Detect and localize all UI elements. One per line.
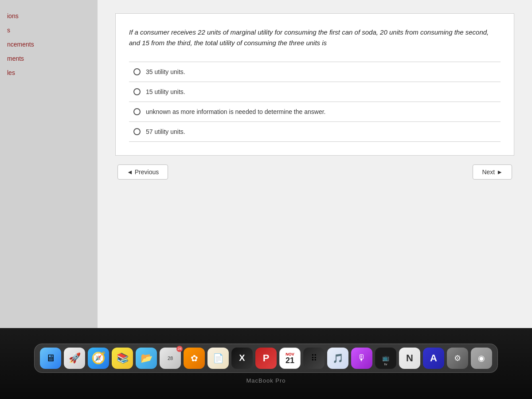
- dock-calendar[interactable]: NOV 21: [279, 348, 301, 369]
- radio-1[interactable]: [133, 68, 141, 75]
- dock-extra[interactable]: ◉: [471, 348, 492, 369]
- dock: 🖥 🚀 🧭 📚 📂 28 28 ✿ 📄 X P NOV 21: [34, 344, 498, 373]
- dock-music-badge[interactable]: 28 28: [160, 348, 181, 369]
- dock-finder[interactable]: 🖥: [40, 348, 61, 369]
- nav-buttons: ◄ Previous Next ►: [115, 164, 514, 180]
- dock-podcasts[interactable]: 🎙: [351, 348, 372, 369]
- answer-option-1[interactable]: 35 utility units.: [129, 62, 501, 82]
- dock-news[interactable]: N: [399, 348, 420, 369]
- dock-notes[interactable]: ⠿: [303, 348, 325, 369]
- dock-systemprefs[interactable]: ⚙: [447, 348, 468, 369]
- sidebar-item-ncements[interactable]: ncements: [0, 37, 98, 51]
- question-text: If a consumer receives 22 units of margi…: [129, 27, 501, 48]
- macbook-label: MacBook Pro: [246, 377, 286, 384]
- answer-option-3[interactable]: unknown as more information is needed to…: [129, 102, 501, 121]
- calendar-date: 21: [286, 356, 294, 365]
- badge-28: 28: [176, 346, 183, 352]
- sidebar-item-s[interactable]: s: [0, 23, 98, 37]
- dock-flower[interactable]: ✿: [184, 348, 205, 369]
- radio-2[interactable]: [133, 88, 141, 95]
- sidebar: ions s ncements ments les: [0, 0, 98, 328]
- answer-option-4[interactable]: 57 utility units.: [129, 121, 501, 142]
- dock-safari[interactable]: 🧭: [88, 348, 109, 369]
- dock-powerpoint[interactable]: P: [255, 348, 277, 369]
- sidebar-item-ments[interactable]: ments: [0, 51, 98, 66]
- dock-appletv[interactable]: 📺 tv: [375, 348, 396, 369]
- dock-accessibility[interactable]: A: [423, 348, 444, 369]
- screen: ions s ncements ments les If a consumer …: [0, 0, 532, 328]
- radio-4[interactable]: [133, 128, 141, 135]
- dock-pixelmator[interactable]: X: [231, 348, 253, 369]
- answer-label-2: 15 utility units.: [146, 88, 185, 95]
- dock-ibooks[interactable]: 📚: [112, 348, 133, 369]
- dock-launchpad[interactable]: 🚀: [64, 348, 85, 369]
- main-content: If a consumer receives 22 units of margi…: [98, 0, 532, 328]
- next-button[interactable]: Next ►: [473, 164, 512, 180]
- sidebar-item-ions[interactable]: ions: [0, 9, 98, 23]
- answer-option-2[interactable]: 15 utility units.: [129, 82, 501, 102]
- dock-itunes[interactable]: 🎵: [327, 348, 348, 369]
- answer-label-1: 35 utility units.: [146, 68, 185, 75]
- answer-label-4: 57 utility units.: [146, 128, 185, 135]
- answer-label-3: unknown as more information is needed to…: [146, 108, 325, 115]
- question-container: If a consumer receives 22 units of margi…: [115, 13, 514, 156]
- dock-area: 🖥 🚀 🧭 📚 📂 28 28 ✿ 📄 X P NOV 21: [0, 328, 532, 399]
- dock-pages[interactable]: 📄: [207, 348, 229, 369]
- sidebar-item-les[interactable]: les: [0, 66, 98, 80]
- radio-3[interactable]: [133, 108, 141, 115]
- previous-button[interactable]: ◄ Previous: [117, 164, 168, 180]
- dock-files[interactable]: 📂: [136, 348, 157, 369]
